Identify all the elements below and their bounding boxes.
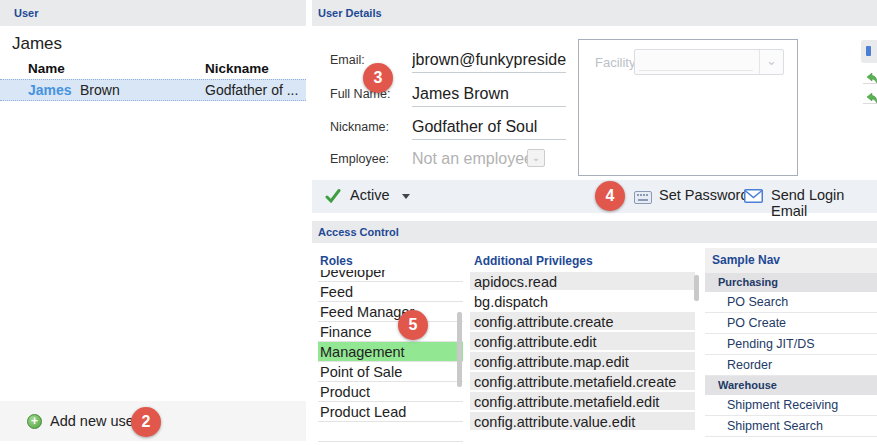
role-item[interactable]: Feed Manager [318,302,463,322]
column-header-name[interactable]: Name [28,61,65,76]
roles-list-header: Roles [320,254,353,268]
add-plus-icon: + [27,414,42,429]
clipped-toolbar-button[interactable] [861,40,877,63]
employee-chevron-down-icon[interactable]: ⌄ [527,149,545,167]
keyboard-icon [634,190,652,208]
role-item[interactable]: Finance [318,322,463,342]
nav-item-po-search[interactable]: PO Search [705,292,877,313]
privilege-item[interactable]: config.attribute.value.edit [470,412,695,432]
annotation-badge-5: 5 [398,310,428,340]
clipped-icon [866,46,871,56]
column-header-nickname[interactable]: Nickname [205,61,269,76]
email-label: Email: [330,48,365,73]
privilege-item[interactable]: apidocs.read [470,272,695,292]
status-dropdown[interactable]: Active [350,187,390,203]
access-control-title: Access Control [318,226,399,238]
green-arrow-icon[interactable] [866,70,877,81]
divider [863,83,877,84]
privileges-list-header: Additional Privileges [474,254,593,268]
full-name-field[interactable]: James Brown [412,82,566,107]
send-login-email-button[interactable]: Send Login Email [771,187,877,219]
facility-label: Facility: [595,55,639,70]
nickname-field[interactable]: Godfather of Soul [412,115,566,140]
nickname-label: Nickname: [330,115,389,140]
active-check-icon [325,189,341,207]
status-caret-down-icon[interactable] [402,194,410,199]
user-details-header: User Details [312,0,877,26]
privileges-list: apidocs.read bg.dispatch config.attribut… [470,272,695,445]
sample-nav-header: Sample Nav [705,248,877,273]
nav-item-reorder[interactable]: Reorder [705,355,877,376]
user-search-input[interactable]: James [12,34,62,54]
role-item[interactable]: Feed [318,282,463,302]
privilege-item[interactable]: config.attribute.edit [470,332,695,352]
user-nickname-cell: Godfather of ... [205,80,298,100]
nav-item-shipment-receiving[interactable]: Shipment Receiving [705,395,877,416]
annotation-badge-4: 4 [595,181,625,211]
privilege-item[interactable]: config.attribute.metafield.create [470,372,695,392]
privilege-item[interactable]: config.attribute.map.edit [470,352,695,372]
annotation-badge-3: 3 [363,63,393,93]
green-arrow-icon[interactable] [866,90,877,101]
role-item[interactable]: Product Lead [318,402,463,422]
privileges-scrollbar[interactable] [694,275,699,301]
roles-list: Developer Feed Feed Manager Finance Mana… [318,270,463,445]
user-last-name: Brown [80,80,120,100]
privilege-item[interactable]: config.attribute.metafield.edit [470,392,695,412]
nav-item-po-create[interactable]: PO Create [705,313,877,334]
nav-item-pending-jit-ds[interactable]: Pending JIT/DS [705,334,877,355]
user-first-name: James [28,80,72,100]
sample-nav-panel: Sample Nav Purchasing PO Search PO Creat… [705,248,877,437]
role-item[interactable]: Developer [318,270,463,282]
facility-panel: Facility: ⌄ [578,39,798,176]
facility-chevron-down-icon: ⌄ [759,50,783,74]
set-password-button[interactable]: Set Password [659,187,748,203]
divider [863,103,877,104]
nav-item-shipment-search[interactable]: Shipment Search [705,416,877,437]
add-new-user-label: Add new user [50,413,139,429]
facility-select-underline [639,70,753,71]
table-row-user[interactable]: James Brown Godfather of ... [0,79,306,101]
access-control-header: Access Control [312,221,877,243]
facility-select[interactable]: ⌄ [634,49,784,75]
users-panel-header: User [0,0,306,26]
privilege-item[interactable]: config.attribute.create [470,312,695,332]
role-item-clipped[interactable] [318,422,463,442]
roles-scrollbar[interactable] [457,312,462,387]
envelope-icon [744,189,763,207]
annotation-badge-2: 2 [131,407,161,437]
role-item[interactable]: Point of Sale [318,362,463,382]
nav-group-warehouse: Warehouse [705,376,877,395]
employee-label: Employee: [330,147,389,172]
email-field[interactable]: jbrown@funkypreside [412,48,566,73]
nav-group-purchasing: Purchasing [705,273,877,292]
user-details-title: User Details [318,7,382,19]
role-item-selected[interactable]: Management [318,342,463,362]
role-item[interactable]: Product [318,382,463,402]
users-panel-title: User [14,7,38,19]
privilege-item[interactable]: bg.dispatch [470,292,695,312]
